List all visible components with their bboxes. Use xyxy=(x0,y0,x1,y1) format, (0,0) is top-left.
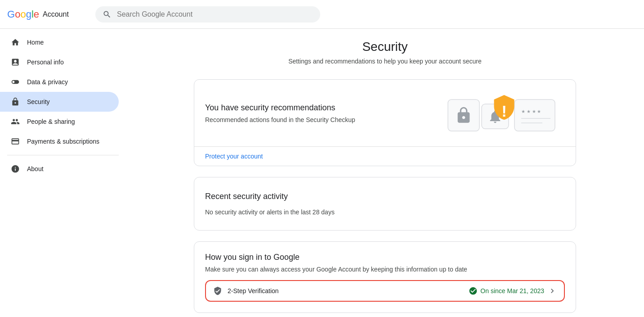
svg-text:★ ★ ★ ★: ★ ★ ★ ★ xyxy=(521,109,541,114)
sec-rec-text: You have security recommendations Recomm… xyxy=(205,103,439,123)
sidebar-item-data-privacy[interactable]: Data & privacy xyxy=(0,72,119,92)
shield-check-icon xyxy=(213,286,222,295)
sidebar-item-payments[interactable]: Payments & subscriptions xyxy=(0,131,119,151)
shield-svg: ★ ★ ★ ★ ! xyxy=(439,91,565,140)
two-step-status-text: On since Mar 21, 2023 xyxy=(480,287,544,294)
logo-e-red: e xyxy=(34,9,39,20)
chevron-right-icon xyxy=(548,286,557,295)
protect-account-link[interactable]: Protect your account xyxy=(205,153,263,160)
search-icon xyxy=(103,10,112,19)
main-layout: Home Personal info Data & privacy Securi… xyxy=(0,29,644,317)
activity-title: Recent security activity xyxy=(205,192,565,201)
check-circle-icon xyxy=(469,286,478,295)
signin-desc: Make sure you can always access your Goo… xyxy=(205,266,565,273)
security-activity-card: Recent security activity No security act… xyxy=(194,177,576,231)
sidebar-item-about[interactable]: About xyxy=(0,159,119,179)
sec-rec-title: You have security recommendations xyxy=(205,103,439,113)
logo-g-blue: G xyxy=(7,9,15,20)
sidebar-divider xyxy=(7,155,119,155)
activity-card-body: Recent security activity No security act… xyxy=(194,177,576,230)
header: Google Account xyxy=(0,0,644,29)
svg-rect-2 xyxy=(514,100,555,131)
activity-desc: No security activity or alerts in the la… xyxy=(205,208,565,216)
sidebar-label-about: About xyxy=(27,165,44,172)
google-logo: Google xyxy=(7,9,39,20)
page-subtitle: Settings and recommendations to help you… xyxy=(194,58,576,65)
page-title: Security xyxy=(194,40,576,54)
sidebar-item-people-sharing[interactable]: People & sharing xyxy=(0,112,119,131)
signin-title: How you sign in to Google xyxy=(205,253,565,262)
sidebar-label-personal-info: Personal info xyxy=(27,59,64,66)
security-recommendations-card: You have security recommendations Recomm… xyxy=(194,79,576,166)
signin-card: How you sign in to Google Make sure you … xyxy=(194,241,576,313)
lock-icon xyxy=(11,97,20,106)
sidebar-label-payments: Payments & subscriptions xyxy=(27,138,99,145)
sec-rec-card-body: You have security recommendations Recomm… xyxy=(194,80,576,146)
toggle-icon xyxy=(11,77,20,86)
logo-o-red: o xyxy=(15,9,20,20)
home-icon xyxy=(11,38,20,47)
sidebar: Home Personal info Data & privacy Securi… xyxy=(0,29,126,317)
sidebar-label-people-sharing: People & sharing xyxy=(27,118,75,125)
sidebar-label-security: Security xyxy=(27,98,50,105)
protect-account-row[interactable]: Protect your account xyxy=(194,146,576,166)
sidebar-label-home: Home xyxy=(27,39,44,46)
info-icon xyxy=(11,164,20,173)
security-illustration: ★ ★ ★ ★ ! xyxy=(439,91,565,136)
card-icon xyxy=(11,137,20,146)
logo-area: Google Account xyxy=(7,9,88,20)
logo-o-yellow: o xyxy=(20,9,26,20)
svg-text:!: ! xyxy=(501,102,507,120)
content-inner: Security Settings and recommendations to… xyxy=(194,40,576,317)
content-area: Security Settings and recommendations to… xyxy=(126,29,644,317)
search-input[interactable] xyxy=(117,10,313,18)
people-icon xyxy=(11,117,20,126)
account-label: Account xyxy=(43,10,69,18)
two-step-label: 2-Step Verification xyxy=(228,287,469,294)
signin-card-body: How you sign in to Google Make sure you … xyxy=(194,242,576,312)
sidebar-item-home[interactable]: Home xyxy=(0,32,119,52)
person-icon xyxy=(11,58,20,67)
two-step-verification-row[interactable]: 2-Step Verification On since Mar 21, 202… xyxy=(205,280,565,302)
sidebar-item-personal-info[interactable]: Personal info xyxy=(0,52,119,72)
logo-g-blue2: g xyxy=(26,9,31,20)
sidebar-label-data-privacy: Data & privacy xyxy=(27,78,68,86)
two-step-status: On since Mar 21, 2023 xyxy=(469,286,544,295)
sidebar-item-security[interactable]: Security xyxy=(0,92,119,112)
search-bar[interactable] xyxy=(95,6,320,23)
sec-rec-desc: Recommended actions found in the Securit… xyxy=(205,116,439,123)
